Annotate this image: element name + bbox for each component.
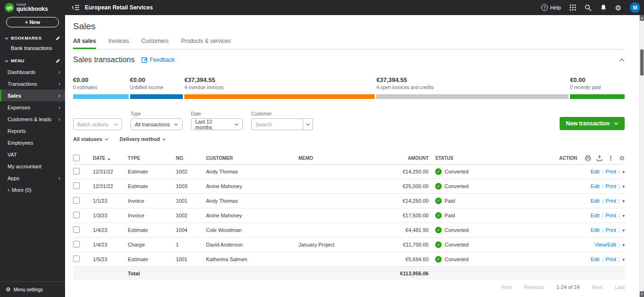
row-action-edit[interactable]: Edit: [591, 256, 600, 262]
batch-actions-dropdown[interactable]: Batch actions: [73, 118, 122, 130]
tab-all-sales[interactable]: All sales: [73, 38, 96, 49]
statuses-filter[interactable]: All statuses: [73, 136, 108, 142]
row-checkbox[interactable]: [73, 241, 80, 248]
row-action-dropdown-icon[interactable]: ▾: [622, 169, 625, 174]
scroll-down-arrow-icon[interactable]: ▼: [640, 291, 644, 297]
pagination-previous[interactable]: Previous: [524, 284, 544, 290]
edit-bookmarks-icon[interactable]: [56, 36, 60, 41]
money-bar-segment-bar[interactable]: [570, 94, 625, 99]
row-checkbox[interactable]: [73, 226, 80, 233]
row-action-edit[interactable]: Edit: [591, 227, 600, 233]
new-button[interactable]: + New: [6, 17, 59, 27]
sidebar-item-expenses[interactable]: Expenses›: [0, 101, 65, 113]
row-action-edit[interactable]: Edit: [591, 169, 600, 174]
row-action-dropdown-icon[interactable]: ▾: [622, 242, 625, 248]
tab-customers[interactable]: Customers: [141, 38, 169, 49]
row-action-dropdown-icon[interactable]: ▾: [622, 257, 625, 262]
scrollbar-thumb[interactable]: [640, 50, 644, 75]
row-checkbox[interactable]: [73, 168, 80, 174]
date-filter-dropdown[interactable]: Last 12 months: [191, 118, 243, 130]
sidebar-item-sales[interactable]: Sales›: [0, 90, 65, 101]
sidebar-item-apps[interactable]: Apps›: [0, 172, 65, 184]
column-header-action: ACTION ⋮ ⚙: [500, 155, 625, 161]
sidebar-item-customers-leads[interactable]: Customers & leads›: [0, 113, 65, 125]
table-settings-gear-icon[interactable]: ⚙: [619, 155, 625, 161]
more-options-kebab-icon[interactable]: ⋮: [608, 155, 614, 161]
search-icon[interactable]: [585, 4, 592, 11]
chevron-right-icon: ›: [58, 81, 60, 87]
row-action-edit[interactable]: Edit: [591, 198, 600, 204]
menu-settings-button[interactable]: ⚙ Menu settings: [0, 281, 65, 297]
customer-dropdown-icon[interactable]: [303, 118, 313, 130]
sidebar-menu: Dashboards›Transactions›Sales›Expenses›C…: [0, 66, 65, 196]
help-button[interactable]: ? Help: [541, 4, 561, 11]
row-action-dropdown-icon[interactable]: ▾: [622, 184, 625, 189]
row-checkbox[interactable]: [73, 256, 80, 262]
export-icon[interactable]: [596, 155, 603, 161]
feedback-link[interactable]: Feedback: [141, 57, 175, 63]
pagination-first[interactable]: First: [502, 284, 512, 290]
row-action-print[interactable]: Print: [605, 198, 616, 204]
type-filter-dropdown[interactable]: All transactions: [131, 118, 182, 130]
column-header-date[interactable]: DATE▲: [93, 156, 128, 161]
row-action-dropdown-icon[interactable]: ▾: [622, 198, 625, 204]
print-icon[interactable]: [585, 155, 591, 161]
column-header-memo[interactable]: MEMO: [298, 156, 386, 161]
chevron-right-icon: ›: [58, 175, 60, 181]
cell-action: Edit|Print|▾: [500, 256, 625, 262]
column-header-customer[interactable]: CUSTOMER: [206, 156, 298, 161]
sidebar-item-reports[interactable]: Reports: [0, 125, 65, 137]
row-checkbox[interactable]: [73, 197, 80, 204]
row-action-view-edit[interactable]: View/Edit: [594, 242, 616, 248]
row-action-print[interactable]: Print: [605, 183, 616, 189]
column-header-status[interactable]: STATUS: [429, 156, 500, 161]
money-bar-segment-bar[interactable]: [130, 94, 183, 99]
sidebar-item-bank-transactions[interactable]: Bank transactions: [0, 43, 65, 56]
feedback-icon: [141, 57, 148, 63]
cell-status: ✓Paid: [429, 198, 500, 204]
row-action-edit[interactable]: Edit: [591, 213, 600, 218]
avatar[interactable]: M: [630, 2, 640, 13]
notifications-bell-icon[interactable]: [600, 4, 607, 11]
scroll-up-arrow-icon[interactable]: ▲: [640, 15, 644, 21]
row-action-dropdown-icon[interactable]: ▾: [622, 228, 625, 233]
money-bar-segment-bar[interactable]: [376, 94, 569, 99]
sidebar-item-vat[interactable]: VAT: [0, 148, 65, 160]
vertical-scrollbar[interactable]: ▲ ▼: [639, 15, 644, 297]
pagination-next[interactable]: Next: [592, 284, 603, 290]
sidebar-collapse-icon[interactable]: [72, 5, 79, 10]
money-bar-label: 4 overdue invoices: [184, 85, 375, 90]
bookmarks-section-header[interactable]: BOOKMARKS: [0, 33, 65, 43]
settings-gear-icon[interactable]: ⚙: [615, 4, 621, 11]
money-bar-segment-bar[interactable]: [73, 94, 129, 99]
row-action-print[interactable]: Print: [605, 169, 616, 174]
sidebar-item-my-accountant[interactable]: My accountant: [0, 160, 65, 172]
row-action-print[interactable]: Print: [605, 256, 616, 262]
sidebar-item-dashboards[interactable]: Dashboards›: [0, 66, 65, 78]
customer-search-input[interactable]: [251, 118, 303, 130]
row-action-print[interactable]: Print: [605, 213, 616, 218]
delivery-method-filter[interactable]: Delivery method: [120, 136, 166, 142]
apps-grid-icon[interactable]: [570, 4, 576, 11]
menu-section-header[interactable]: MENU: [0, 56, 65, 66]
sidebar-item-transactions[interactable]: Transactions›: [0, 78, 65, 90]
date-filter-label: Date: [191, 111, 243, 116]
money-bar-segment-bar[interactable]: [184, 94, 375, 99]
tab-products-services[interactable]: Products & services: [181, 38, 231, 49]
row-action-print[interactable]: Print: [605, 227, 616, 233]
row-checkbox[interactable]: [73, 212, 80, 218]
edit-menu-icon[interactable]: [56, 58, 60, 63]
pagination-last[interactable]: Last: [615, 284, 625, 290]
column-header-amount[interactable]: AMOUNT: [386, 156, 429, 161]
new-transaction-button[interactable]: New transaction: [560, 117, 625, 130]
select-all-checkbox[interactable]: [73, 155, 80, 161]
collapse-section-icon[interactable]: [619, 58, 625, 62]
tab-invoices[interactable]: Invoices: [108, 38, 129, 49]
row-action-edit[interactable]: Edit: [591, 183, 600, 189]
row-action-dropdown-icon[interactable]: ▾: [622, 213, 625, 218]
sidebar-item-more-0[interactable]: ›More (0): [0, 184, 65, 196]
row-checkbox[interactable]: [73, 182, 80, 189]
column-header-type[interactable]: TYPE: [128, 156, 176, 161]
column-header-no[interactable]: NO.: [176, 156, 206, 161]
sidebar-item-employees[interactable]: Employees: [0, 137, 65, 148]
